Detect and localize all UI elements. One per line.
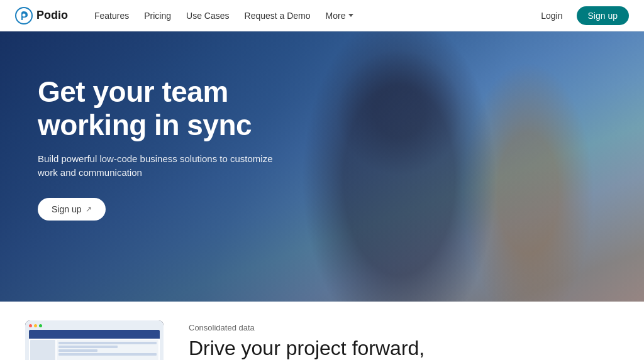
hero-cta-button[interactable]: Sign up ↗ (38, 198, 106, 221)
hero-section: Get your team working in sync Build powe… (0, 31, 644, 302)
screen-main-area (57, 340, 158, 360)
screen-line-3 (58, 349, 97, 352)
dot-yellow (34, 324, 37, 327)
nav-more-menu[interactable]: More (319, 7, 360, 25)
screen-line-4 (58, 353, 157, 356)
hero-subtitle: Build powerful low-code business solutio… (38, 152, 277, 180)
screen-header-bar (29, 330, 160, 339)
nav-request-demo[interactable]: Request a Demo (238, 7, 317, 25)
nav-pricing[interactable]: Pricing (138, 7, 177, 25)
hero-cta-label: Sign up (52, 204, 81, 214)
podio-logo-icon (15, 7, 33, 25)
signup-button[interactable]: Sign up (577, 6, 629, 25)
chevron-down-icon (348, 14, 353, 17)
lower-heading: Drive your project forward, (189, 336, 425, 360)
lower-text-block: Consolidated data Drive your project for… (189, 320, 425, 360)
device-screen (25, 320, 164, 360)
screen-line-2 (58, 346, 118, 348)
screen-line-1 (58, 342, 157, 344)
dot-red (29, 324, 32, 327)
external-link-icon: ↗ (86, 205, 92, 214)
device-toolbar (29, 324, 160, 327)
logo-text: Podio (36, 9, 68, 22)
nav-actions: Login Sign up (535, 6, 629, 25)
screen-inner (29, 330, 160, 360)
screen-sidebar (30, 340, 55, 360)
nav-links: Features Pricing Use Cases Request a Dem… (88, 7, 535, 25)
hero-content: Get your team working in sync Build powe… (0, 31, 327, 246)
nav-features[interactable]: Features (88, 7, 135, 25)
device-mockup (25, 320, 164, 360)
lower-section: Consolidated data Drive your project for… (0, 302, 644, 360)
svg-point-1 (23, 13, 26, 16)
logo-link[interactable]: Podio (15, 7, 68, 25)
login-button[interactable]: Login (535, 7, 569, 25)
lower-label: Consolidated data (189, 323, 425, 332)
nav-use-cases[interactable]: Use Cases (180, 7, 235, 25)
dot-green (39, 324, 42, 327)
hero-title: Get your team working in sync (38, 75, 289, 142)
navbar: Podio Features Pricing Use Cases Request… (0, 0, 644, 31)
screen-content-row (29, 339, 160, 360)
